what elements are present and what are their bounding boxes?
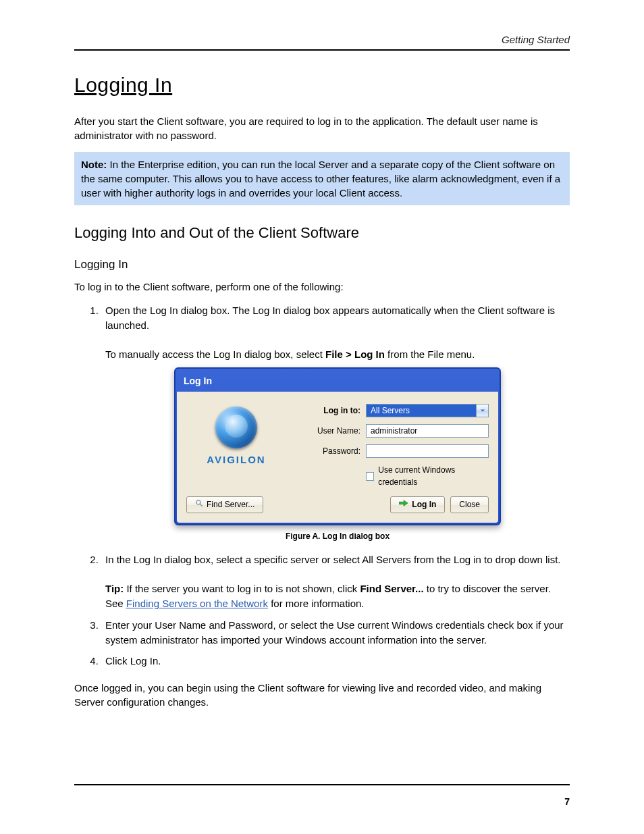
header-rule <box>74 49 570 51</box>
windows-credentials-label: Use current Windows credentials <box>378 465 489 488</box>
login-button-label: Log In <box>412 499 436 511</box>
username-input[interactable] <box>366 424 489 438</box>
step-2: In the Log In dialog box, select a speci… <box>101 552 570 611</box>
label-login-to: Log in to: <box>298 405 360 417</box>
steps-list: Open the Log In dialog box. The Log In d… <box>74 303 570 669</box>
step1-text-a: Open the Log In dialog box. The Log In d… <box>105 305 555 331</box>
find-server-button[interactable]: Find Server... <box>186 496 263 513</box>
step-4: Click Log In. <box>101 654 570 669</box>
chevron-down-icon <box>480 405 485 417</box>
minor-heading-login: Logging In <box>74 258 570 271</box>
page-number: 7 <box>564 796 570 807</box>
connect-paragraph: To log in to the Client software, perfor… <box>74 280 570 294</box>
tip-text-c: for more information. <box>268 598 365 609</box>
find-server-button-label: Find Server... <box>207 499 254 511</box>
login-dialog: Log In AVIGILON Log in to: <box>174 367 501 525</box>
tip-text-a: If the server you want to log in to is n… <box>124 583 360 594</box>
link-finding-servers[interactable]: Finding Servers on the Network <box>126 598 268 609</box>
arrow-right-icon <box>399 499 408 511</box>
svg-point-0 <box>196 500 200 504</box>
brand-column: AVIGILON <box>186 404 286 496</box>
figure-caption: Figure A. Log In dialog box <box>105 531 570 542</box>
subsection-heading: Logging Into and Out of the Client Softw… <box>74 224 570 242</box>
close-button-label: Close <box>459 499 480 511</box>
windows-credentials-checkbox[interactable] <box>366 472 374 481</box>
step2-text: In the Log In dialog box, select a speci… <box>105 554 561 565</box>
label-username: User Name: <box>298 425 360 437</box>
login-to-dropdown[interactable] <box>366 404 477 417</box>
note-label: Note: <box>81 159 107 170</box>
note-text: In the Enterprise edition, you can run t… <box>81 159 560 199</box>
dialog-titlebar: Log In <box>177 370 498 392</box>
close-button[interactable]: Close <box>450 496 489 513</box>
label-password: Password: <box>298 446 360 457</box>
menu-path-login: File > Log In <box>325 348 385 360</box>
dropdown-arrow-button[interactable] <box>477 404 489 417</box>
login-button[interactable]: Log In <box>390 496 445 513</box>
intro-paragraph: After you start the Client software, you… <box>74 114 570 142</box>
footer-rule <box>74 784 570 785</box>
running-head: Getting Started <box>74 34 570 45</box>
brand-wordmark: AVIGILON <box>207 452 265 467</box>
tip-label: Tip: <box>105 583 124 594</box>
password-input[interactable] <box>366 444 489 458</box>
page-title: Logging In <box>74 74 570 97</box>
tip-button-name: Find Server... <box>360 583 423 594</box>
brand-logo-icon <box>215 407 257 448</box>
search-icon <box>195 499 203 511</box>
step1-text-c: from the File menu. <box>385 348 475 360</box>
note-callout: Note: In the Enterprise edition, you can… <box>74 152 570 205</box>
step-3: Enter your User Name and Password, or se… <box>101 618 570 648</box>
tail-paragraph: Once logged in, you can begin using the … <box>74 681 570 709</box>
step-1: Open the Log In dialog box. The Log In d… <box>101 303 570 543</box>
step1-text-b: To manually access the Log In dialog box… <box>105 348 325 360</box>
svg-line-1 <box>200 504 202 506</box>
